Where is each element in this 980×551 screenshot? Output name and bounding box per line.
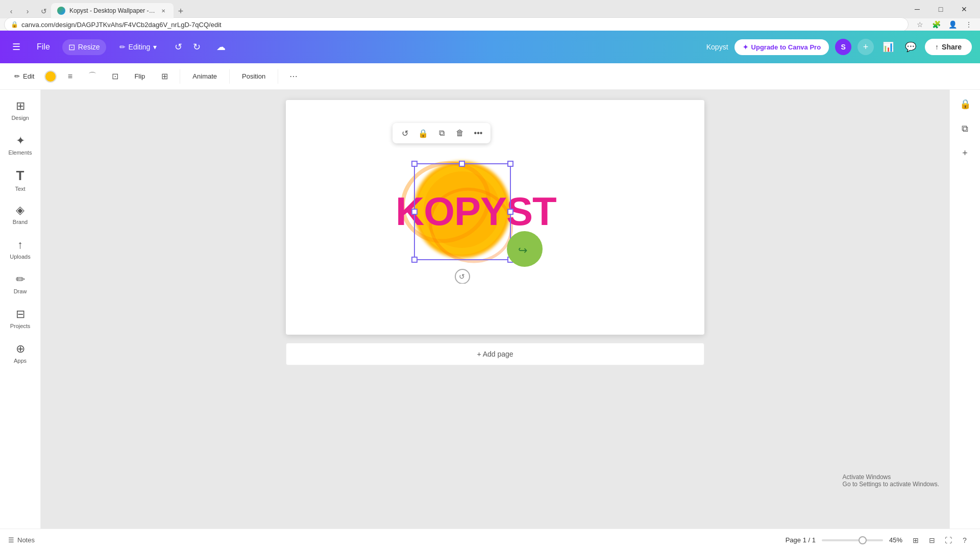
upgrade-icon: ✦: [743, 43, 748, 51]
svg-text:KOPYST: KOPYST: [396, 189, 556, 234]
resize-button[interactable]: ⊡ Resize: [62, 39, 106, 55]
flip-button[interactable]: Flip: [128, 69, 151, 83]
browser-actions: ☆ 🧩 👤 ⋮: [913, 17, 976, 32]
brand-icon: ◈: [16, 204, 24, 217]
editing-button[interactable]: ✏ Editing ▾: [114, 40, 162, 54]
sidebar-item-projects[interactable]: ⊟ Projects: [2, 302, 39, 335]
toolbar-divider-2: [229, 69, 230, 84]
zoom-handle[interactable]: [859, 536, 867, 544]
canvas-area[interactable]: ↺ 🔒 ⧉ 🗑 •••: [41, 90, 949, 529]
hamburger-menu[interactable]: ☰: [8, 39, 24, 55]
right-panel: 🔒 ⧉ +: [949, 90, 980, 529]
zoom-slider[interactable]: [822, 539, 883, 541]
back-button[interactable]: ‹: [4, 4, 18, 18]
undo-button[interactable]: ↺: [170, 39, 186, 55]
svg-rect-8: [508, 161, 513, 166]
text-icon: T: [16, 168, 24, 184]
redo-button[interactable]: ↻: [188, 39, 205, 55]
sidebar-item-apps[interactable]: ⊕ Apps: [2, 337, 39, 369]
more-button[interactable]: ⋯: [284, 67, 303, 86]
browser-chrome: ‹ › ↺ Kopyst - Desktop Wallpaper - C... …: [0, 0, 980, 31]
canvas-page[interactable]: ↺ 🔒 ⧉ 🗑 •••: [286, 100, 704, 335]
notes-icon: ☰: [8, 536, 14, 544]
window-controls: ─ □ ✕: [905, 0, 976, 18]
svg-rect-12: [412, 209, 417, 214]
uploads-icon: ↑: [17, 238, 23, 252]
floating-copy-button[interactable]: ⧉: [433, 125, 450, 141]
main-content: ⊞ Design ✦ Elements T Text ◈ Brand ↑ Upl…: [0, 90, 980, 529]
notes-button[interactable]: ☰ Notes: [8, 536, 35, 544]
position-button[interactable]: Position: [236, 69, 272, 83]
svg-text:↪: ↪: [518, 244, 527, 257]
file-button[interactable]: File: [33, 40, 54, 54]
crop-button[interactable]: ⊡: [106, 67, 124, 86]
svg-text:↺: ↺: [459, 272, 465, 281]
svg-rect-11: [459, 161, 464, 166]
design-label: Design: [11, 115, 29, 121]
share-button[interactable]: ↑ Share: [925, 39, 972, 55]
tab-close-button[interactable]: ✕: [159, 7, 167, 15]
active-tab[interactable]: Kopyst - Desktop Wallpaper - C... ✕: [51, 3, 174, 18]
tab-title: Kopyst - Desktop Wallpaper - C...: [69, 7, 155, 14]
floating-lock-button[interactable]: 🔒: [415, 125, 431, 141]
project-name: Kopyst: [706, 43, 728, 51]
refresh-button[interactable]: ↺: [37, 4, 51, 18]
list-view-button[interactable]: ⊟: [925, 533, 939, 547]
activate-windows-line2: Go to Settings to activate Windows.: [843, 481, 939, 488]
upgrade-button[interactable]: ✦ Upgrade to Canva Pro: [734, 39, 829, 55]
projects-icon: ⊟: [16, 308, 25, 321]
minimize-button[interactable]: ─: [905, 0, 929, 18]
edit-button[interactable]: ✏ Edit: [8, 69, 40, 83]
upgrade-label: Upgrade to Canva Pro: [751, 43, 821, 51]
right-add-button[interactable]: +: [955, 143, 975, 163]
profile-button[interactable]: 👤: [945, 17, 960, 32]
right-copy-button[interactable]: ⧉: [955, 118, 975, 139]
add-page-label: + Add page: [477, 350, 513, 358]
sidebar-item-design[interactable]: ⊞ Design: [2, 94, 39, 127]
browser-menu-button[interactable]: ⋮: [962, 17, 976, 32]
align-button[interactable]: ≡: [61, 67, 79, 86]
color-picker[interactable]: [44, 70, 57, 83]
toolbar-divider-3: [278, 69, 278, 84]
draw-icon: ✏: [16, 273, 25, 286]
view-buttons: ⊞ ⊟ ⛶ ?: [909, 533, 972, 547]
sidebar-item-draw[interactable]: ✏ Draw: [2, 267, 39, 300]
grid-view-button[interactable]: ⊞: [909, 533, 923, 547]
comments-button[interactable]: 💬: [902, 39, 919, 55]
add-team-button[interactable]: +: [857, 39, 874, 55]
share-label: Share: [942, 43, 962, 51]
notes-label: Notes: [17, 536, 35, 544]
sidebar: ⊞ Design ✦ Elements T Text ◈ Brand ↑ Upl…: [0, 90, 41, 529]
floating-delete-button[interactable]: 🗑: [452, 125, 468, 141]
new-tab-button[interactable]: +: [174, 4, 188, 18]
sidebar-item-uploads[interactable]: ↑ Uploads: [2, 233, 39, 265]
floating-rotate-button[interactable]: ↺: [397, 125, 413, 141]
close-button[interactable]: ✕: [952, 0, 976, 18]
sidebar-item-text[interactable]: T Text: [2, 163, 39, 196]
text-label: Text: [15, 186, 25, 192]
resize-icon: ⊡: [68, 42, 75, 52]
extensions-button[interactable]: 🧩: [929, 17, 943, 32]
fullscreen-button[interactable]: ⛶: [941, 533, 955, 547]
brand-label: Brand: [13, 219, 28, 225]
animate-button[interactable]: Animate: [186, 69, 223, 83]
maximize-button[interactable]: □: [929, 0, 952, 18]
forward-button[interactable]: ›: [20, 4, 35, 18]
floating-more-button[interactable]: •••: [470, 125, 486, 141]
edit-label: Edit: [23, 72, 34, 80]
help-button[interactable]: ?: [958, 533, 972, 547]
corner-button[interactable]: ⌒: [83, 67, 102, 86]
sidebar-item-elements[interactable]: ✦ Elements: [2, 129, 39, 161]
url-bar[interactable]: 🔒 canva.com/design/DAGPJTKvAhs/F4VCb2dag…: [4, 17, 909, 32]
top-bar: ☰ File ⊡ Resize ✏ Editing ▾ ↺ ↻ ☁ Kopyst…: [0, 31, 980, 63]
bookmark-button[interactable]: ☆: [913, 17, 927, 32]
animate-label: Animate: [192, 72, 217, 80]
transparency-button[interactable]: ⊞: [155, 67, 174, 86]
analytics-button[interactable]: 📊: [880, 39, 896, 55]
sidebar-item-brand[interactable]: ◈ Brand: [2, 198, 39, 231]
design-icon: ⊞: [16, 99, 25, 113]
cloud-save-button[interactable]: ☁: [213, 39, 229, 55]
add-page-button[interactable]: + Add page: [286, 343, 704, 365]
avatar[interactable]: S: [835, 39, 851, 55]
right-lock-button[interactable]: 🔒: [955, 94, 975, 114]
